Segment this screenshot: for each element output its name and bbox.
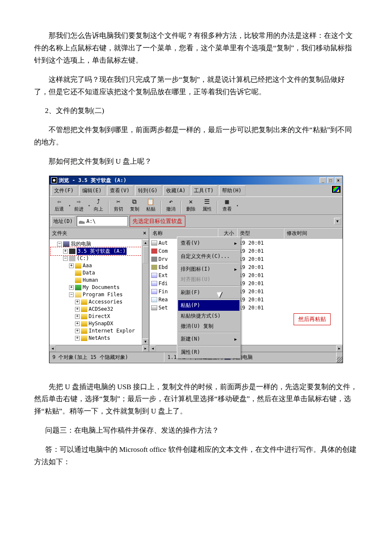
tree-item[interactable]: NetAnts [89,335,110,342]
address-field[interactable]: A:\ [77,216,128,226]
ctx-refresh[interactable]: 刷新(F) [178,287,239,298]
context-menu[interactable]: 查看(V)▶ 自定义文件夹(C)... 排列图标(I)▶ 对齐图标(U) 刷新(… [177,237,241,358]
col-mtime[interactable]: 修改时间 [284,228,343,238]
file-icon [151,257,157,262]
folder-icon [75,270,81,276]
menu-help[interactable]: 帮助(H) [219,185,245,196]
paste-button[interactable]: 📋粘贴 [143,198,159,214]
paste-icon: 📋 [147,198,155,205]
file-icon [151,297,157,302]
menu-file[interactable]: 文件(F) [51,185,78,196]
brand-icon [331,185,341,193]
minimize-button[interactable]: _ [320,177,326,183]
folder-icon [81,321,87,327]
forward-icon: ⇨ [75,198,83,205]
back-button[interactable]: ⇦后退 [51,198,67,214]
folder-icon [81,314,87,319]
tree-my-computer[interactable]: 我的电脑 [71,240,91,248]
title-bar[interactable]: 浏览 - 3.5 英寸软盘 (A:) _ □ × [49,176,343,185]
tree-item[interactable]: ACDSee32 [89,306,113,313]
window-title: 浏览 - 3.5 英寸软盘 (A:) [59,176,320,185]
close-button[interactable]: × [335,177,342,183]
tree-c-drive[interactable]: (C:) [77,255,89,262]
folder-tree[interactable]: −我的电脑 +3.5 英寸软盘 (A:) −(C:) +Aaa Data Hum… [49,239,149,345]
back-dropdown-icon[interactable]: ▾ [67,203,71,209]
tree-item[interactable]: Aaa [83,262,92,269]
menu-edit[interactable]: 编辑(E) [79,185,106,196]
tree-item[interactable]: Internet Explor [89,327,135,335]
ctx-paste[interactable]: 粘贴(P) [178,300,239,310]
file-list-pane: 名称 大小 类型 修改时间 Aut-DOS 批处...98-6-19 20:01… [150,228,343,352]
delete-icon: ✕ [187,198,195,205]
undo-label: 撤消 [166,205,176,214]
ctx-undo-copy[interactable]: 撤消(U) 复制 [178,321,239,331]
drive-icon [69,256,75,261]
tree-vscrollbar[interactable]: ▲ ▼ [142,240,149,345]
up-label: 向上 [94,205,103,214]
col-type[interactable]: 类型 [237,228,284,238]
forward-dropdown-icon[interactable]: ▾ [87,203,90,209]
cut-button[interactable]: ✂剪切 [110,198,127,214]
menu-goto[interactable]: 转到(G) [135,185,161,196]
maximize-button[interactable]: □ [327,177,334,183]
undo-button[interactable]: ↶撤消 [163,198,179,214]
menu-favorites[interactable]: 收藏(A) [163,185,190,196]
tree-item[interactable]: Data [83,269,95,277]
paragraph: 这样就完了吗？现在我们只完成了第一步“复制”，就是说计算机已经把这个文件的复制品… [34,74,358,98]
forward-label: 前进 [74,205,84,214]
paragraph: 答：可以通过电脑中的 Microsoft office 软件创建相应的文本文件，… [34,444,358,468]
ctx-properties[interactable]: 属性(R) [178,347,239,357]
properties-icon: ☰ [203,198,211,205]
folder-icon [81,306,87,312]
folder-pane-close[interactable]: × [143,229,146,237]
file-icon [151,289,157,294]
tree-item[interactable]: Program Files [83,291,123,298]
ctx-customize[interactable]: 自定义文件夹(C)... [178,251,239,261]
views-button[interactable]: ▦查看 [219,198,235,214]
tree-item[interactable]: My Documents [83,284,120,291]
ctx-arrange[interactable]: 排列图标(I)▶ [178,264,239,274]
tree-item[interactable]: Human [83,277,98,284]
copy-label: 复制 [130,205,139,214]
ctx-new[interactable]: 新建(N)▶ [178,334,239,344]
delete-button[interactable]: ✕删除 [183,198,199,214]
status-objects: 9 个对象(加上 15 个隐藏对象) [49,352,164,362]
folder-pane-header: 文件夹 × [49,228,149,239]
tree-hscrollbar[interactable]: ◀▶ [49,345,149,352]
copy-icon: ⧉ [130,198,139,205]
back-label: 后退 [55,205,64,214]
delete-label: 删除 [186,205,196,214]
menu-tools[interactable]: 工具(T) [191,185,217,196]
resize-grip[interactable] [337,357,343,363]
ctx-view[interactable]: 查看(V)▶ [178,238,239,248]
file-icon [151,273,157,278]
menu-view[interactable]: 查看(V) [107,185,133,196]
file-icon [151,240,157,246]
copy-button[interactable]: ⧉复制 [127,198,143,214]
paragraph: 那我们怎么告诉电脑我们要复制这个文件呢？有很多种方法，比较常用的办法是这样：在这… [34,30,358,67]
ctx-align: 对齐图标(U) [178,274,239,284]
paragraph: 问题三：在电脑上写作稿件并保存、发送的操作方法？ [34,425,358,437]
split-body: 文件夹 × −我的电脑 +3.5 英寸软盘 (A:) −(C:) +Aaa Da… [49,228,343,352]
folder-icon [81,328,87,334]
address-label: 地址(D) [51,216,75,226]
back-icon: ⇦ [55,198,63,205]
paragraph: 先把 U 盘插进电脑的 USB 接口上，复制文件的时候，前面两步是一样的，先选定… [34,381,358,418]
cut-icon: ✂ [114,198,123,205]
views-dropdown-icon[interactable]: ▾ [235,203,239,209]
app-icon [51,177,57,183]
tree-item[interactable]: Accessories [89,298,122,306]
ctx-paste-shortcut[interactable]: 粘贴快捷方式(S) [178,311,239,321]
annotation-select-target: 先选定目标位置软盘 [130,216,185,227]
up-button[interactable]: ⤴向上 [90,198,107,214]
tree-item[interactable]: HySnapDX [89,320,113,327]
forward-button[interactable]: ⇨前进 [71,198,87,214]
address-dropdown[interactable]: ▼ [334,218,341,225]
folder-open-icon [75,292,81,298]
tree-item[interactable]: DirectX [89,313,110,320]
toolbar: ⇦后退 ▾ ⇨前进 ▾ ⤴向上 ✂剪切 ⧉复制 📋粘贴 ↶撤消 ✕删除 ☰属性 … [49,197,343,215]
folder-icon [75,263,81,269]
tree-floppy[interactable]: 3.5 英寸软盘 (A:) [77,248,127,255]
folder-icon [81,299,87,305]
properties-button[interactable]: ☰属性 [199,198,215,214]
